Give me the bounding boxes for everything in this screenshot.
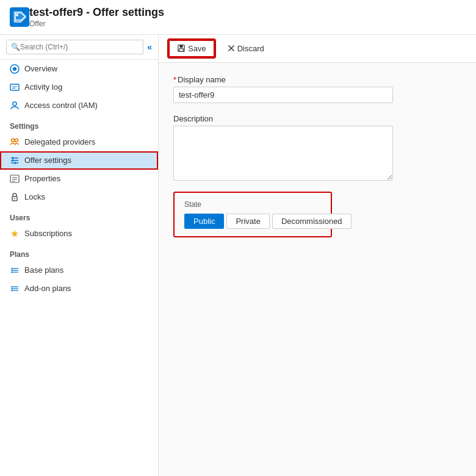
plans-section-label: Plans <box>0 243 158 261</box>
state-public-button[interactable]: Public <box>184 214 224 229</box>
sidebar-item-properties-label: Properties <box>24 174 60 183</box>
svg-point-35 <box>12 290 13 291</box>
locks-icon <box>10 192 20 202</box>
offer-settings-icon <box>10 156 20 165</box>
display-name-input[interactable] <box>173 87 393 103</box>
search-icon: 🔍 <box>11 43 20 51</box>
save-button[interactable]: Save <box>168 40 215 57</box>
display-name-label: *Display name <box>173 75 461 84</box>
discard-button[interactable]: Discard <box>220 40 272 57</box>
search-box-wrap: 🔍 « <box>0 35 158 60</box>
state-decommissioned-button[interactable]: Decommissioned <box>272 214 352 229</box>
svg-rect-6 <box>10 84 19 90</box>
sidebar-item-activity-log-label: Activity log <box>24 82 62 92</box>
sidebar-item-delegated-providers-label: Delegated providers <box>24 137 95 146</box>
toolbar: Save Discard <box>159 35 476 63</box>
overview-icon <box>10 64 20 74</box>
settings-section-label: Settings <box>0 115 158 133</box>
discard-icon <box>228 45 235 52</box>
description-field: Description <box>173 114 461 181</box>
addon-plans-icon <box>10 284 20 294</box>
users-section-label: Users <box>0 206 158 225</box>
svg-point-23 <box>14 198 15 199</box>
sidebar-item-base-plans-label: Base plans <box>24 265 63 275</box>
sidebar-item-offer-settings-label: Offer settings <box>24 156 71 165</box>
sidebar-item-subscriptions-label: Subscriptions <box>24 229 72 238</box>
state-label: State <box>184 200 321 209</box>
sidebar-item-offer-settings[interactable]: Offer settings <box>0 151 158 170</box>
sidebar: 🔍 « Overview Activity log Access control… <box>0 35 159 476</box>
description-label: Description <box>173 114 461 123</box>
sidebar-item-addon-plans-label: Add-on plans <box>24 284 71 293</box>
header-title-block: test-offer9 - Offer settings Offer <box>29 6 164 28</box>
svg-point-11 <box>15 139 18 142</box>
description-input[interactable] <box>173 126 393 181</box>
sidebar-item-iam-label: Access control (IAM) <box>24 101 98 110</box>
svg-rect-38 <box>179 49 184 51</box>
save-icon <box>177 44 186 52</box>
form-area: *Display name Description State Public P… <box>159 63 476 476</box>
state-box: State Public Private Decommissioned <box>173 192 332 237</box>
activity-log-icon <box>10 82 20 92</box>
sidebar-collapse-button[interactable]: « <box>147 42 152 52</box>
properties-icon <box>10 174 20 184</box>
state-buttons: Public Private Decommissioned <box>184 214 321 229</box>
sidebar-item-properties[interactable]: Properties <box>0 170 158 188</box>
svg-point-33 <box>12 286 13 287</box>
subscriptions-icon <box>10 229 20 239</box>
offer-tag-icon <box>10 7 29 27</box>
page-subtitle: Offer <box>29 20 164 28</box>
display-name-field: *Display name <box>173 75 461 103</box>
iam-icon <box>10 101 20 110</box>
state-private-button[interactable]: Private <box>226 214 269 229</box>
sidebar-item-activity-log[interactable]: Activity log <box>0 78 158 96</box>
sidebar-item-locks-label: Locks <box>24 192 45 201</box>
page-title: test-offer9 - Offer settings <box>29 6 164 20</box>
sidebar-item-delegated-providers[interactable]: Delegated providers <box>0 133 158 151</box>
sidebar-item-subscriptions[interactable]: Subscriptions <box>0 225 158 243</box>
main-layout: 🔍 « Overview Activity log Access control… <box>0 35 476 476</box>
svg-point-28 <box>12 270 13 271</box>
sidebar-item-addon-plans[interactable]: Add-on plans <box>0 279 158 298</box>
svg-point-3 <box>16 14 18 16</box>
svg-point-9 <box>13 102 16 106</box>
svg-point-29 <box>12 272 13 273</box>
page-header: test-offer9 - Offer settings Offer <box>0 0 476 35</box>
content-area: Save Discard *Display name Description <box>159 35 476 476</box>
base-plans-icon <box>10 265 20 275</box>
sidebar-item-iam[interactable]: Access control (IAM) <box>0 96 158 115</box>
svg-point-5 <box>13 67 16 71</box>
svg-rect-37 <box>179 45 182 48</box>
svg-point-34 <box>12 288 13 289</box>
svg-point-27 <box>12 268 13 269</box>
required-star: * <box>173 75 176 84</box>
sidebar-item-overview-label: Overview <box>24 64 57 73</box>
sidebar-item-overview[interactable]: Overview <box>0 60 158 78</box>
svg-point-10 <box>12 139 15 142</box>
delegated-providers-icon <box>10 137 20 147</box>
search-input[interactable] <box>6 40 143 54</box>
sidebar-item-locks[interactable]: Locks <box>0 188 158 206</box>
sidebar-item-base-plans[interactable]: Base plans <box>0 261 158 279</box>
